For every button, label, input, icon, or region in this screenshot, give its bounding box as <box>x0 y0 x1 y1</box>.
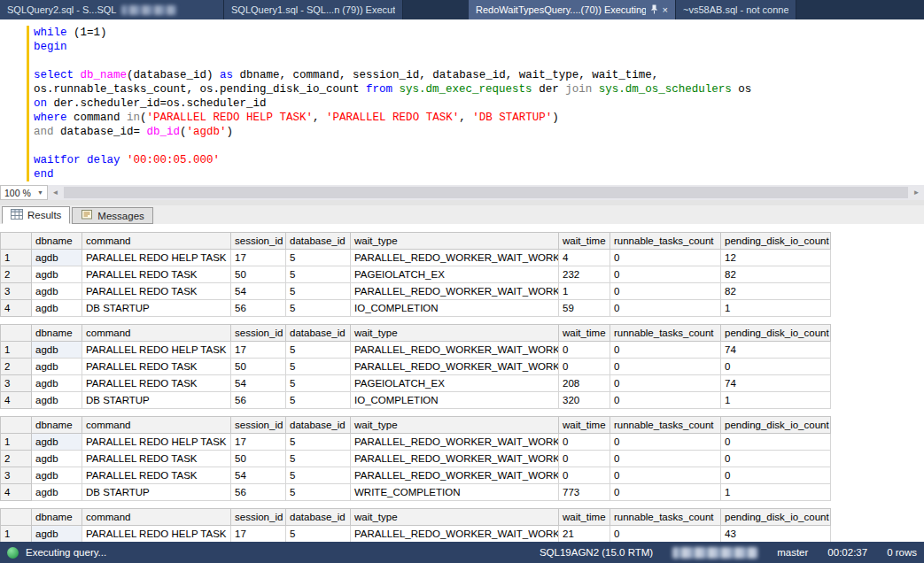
grid-cell[interactable]: agdb <box>32 342 82 359</box>
grid-cell[interactable]: 82 <box>721 283 831 300</box>
close-icon[interactable]: × <box>663 5 668 15</box>
scrollbar-thumb[interactable] <box>64 187 908 198</box>
query-editor[interactable]: while (1=1)begin select db_name(database… <box>0 19 924 185</box>
grid-cell[interactable]: 50 <box>231 266 286 283</box>
grid-cell[interactable]: agdb <box>32 300 82 317</box>
zoom-dropdown[interactable]: 100 % ▼ <box>0 185 48 200</box>
grid-cell[interactable]: PARALLEL REDO TASK <box>82 283 231 300</box>
column-header-session_id[interactable]: session_id <box>231 233 286 250</box>
tab-results[interactable]: Results <box>2 206 70 224</box>
grid-cell[interactable]: PAGEIOLATCH_EX <box>351 266 559 283</box>
column-header-wait_type[interactable]: wait_type <box>351 417 559 434</box>
grid-cell[interactable]: 17 <box>231 342 286 359</box>
grid-cell[interactable]: DB STARTUP <box>82 484 231 501</box>
grid-cell[interactable]: PARALLEL_REDO_WORKER_WAIT_WORK <box>351 250 559 266</box>
grid-cell[interactable]: 43 <box>721 526 831 543</box>
grid-cell[interactable]: agdb <box>32 434 82 451</box>
grid-cell[interactable]: 50 <box>231 359 286 375</box>
grid-cell[interactable]: agdb <box>32 467 82 484</box>
row-number-cell[interactable]: 2 <box>1 266 32 283</box>
grid-cell[interactable]: 0 <box>610 451 721 467</box>
grid-corner-cell[interactable] <box>1 509 32 526</box>
grid-cell[interactable]: 0 <box>610 526 721 543</box>
grid-cell[interactable]: 17 <box>231 434 286 451</box>
grid-cell[interactable]: 59 <box>559 300 610 317</box>
grid-cell[interactable]: PARALLEL_REDO_WORKER_WAIT_WORK <box>351 526 559 543</box>
grid-cell[interactable]: PARALLEL_REDO_WORKER_WAIT_WORK <box>351 283 559 300</box>
grid-cell[interactable]: 0 <box>559 359 610 375</box>
column-header-pending_disk_io_count[interactable]: pending_disk_io_count <box>721 325 831 342</box>
grid-cell[interactable]: agdb <box>32 526 82 543</box>
grid-cell[interactable]: PARALLEL REDO HELP TASK <box>82 250 231 266</box>
column-header-database_id[interactable]: database_id <box>286 417 351 434</box>
tab-messages[interactable]: Messages <box>72 207 152 224</box>
grid-cell[interactable]: 5 <box>286 359 351 375</box>
grid-cell[interactable]: 0 <box>559 451 610 467</box>
grid-cell[interactable]: 773 <box>559 484 610 501</box>
column-header-wait_time[interactable]: wait_time <box>559 509 610 526</box>
column-header-session_id[interactable]: session_id <box>231 509 286 526</box>
grid-cell[interactable]: 5 <box>286 467 351 484</box>
column-header-wait_time[interactable]: wait_time <box>559 325 610 342</box>
row-number-cell[interactable]: 4 <box>1 300 32 317</box>
grid-cell[interactable]: IO_COMPLETION <box>351 300 559 317</box>
grid-cell[interactable]: 0 <box>610 250 721 266</box>
grid-cell[interactable]: 0 <box>610 342 721 359</box>
column-header-wait_type[interactable]: wait_type <box>351 233 559 250</box>
grid-cell[interactable]: 0 <box>610 375 721 392</box>
column-header-wait_time[interactable]: wait_time <box>559 233 610 250</box>
grid-cell[interactable]: PARALLEL REDO TASK <box>82 451 231 467</box>
grid-cell[interactable]: PARALLEL_REDO_WORKER_WAIT_WORK <box>351 467 559 484</box>
column-header-pending_disk_io_count[interactable]: pending_disk_io_count <box>721 509 831 526</box>
grid-cell[interactable]: WRITE_COMPLETION <box>351 484 559 501</box>
grid-cell[interactable]: 5 <box>286 375 351 392</box>
grid-cell[interactable]: 0 <box>721 434 831 451</box>
column-header-database_id[interactable]: database_id <box>286 233 351 250</box>
grid-cell[interactable]: 0 <box>610 392 721 409</box>
grid-cell[interactable]: DB STARTUP <box>82 300 231 317</box>
grid-cell[interactable]: 1 <box>721 484 831 501</box>
grid-cell[interactable]: 5 <box>286 266 351 283</box>
grid-cell[interactable]: 56 <box>231 392 286 409</box>
tab-vs58ab[interactable]: ~vs58AB.sql - not connected <box>676 0 796 19</box>
grid-cell[interactable]: 5 <box>286 300 351 317</box>
grid-cell[interactable]: 5 <box>286 392 351 409</box>
grid-cell[interactable]: PARALLEL REDO TASK <box>82 359 231 375</box>
grid-cell[interactable]: 0 <box>559 342 610 359</box>
scroll-right-button[interactable]: ► <box>909 185 924 200</box>
grid-cell[interactable]: 4 <box>559 250 610 266</box>
grid-cell[interactable]: PARALLEL_REDO_WORKER_WAIT_WORK <box>351 434 559 451</box>
grid-cell[interactable]: agdb <box>32 283 82 300</box>
grid-cell[interactable]: agdb <box>32 484 82 501</box>
grid-cell[interactable]: 56 <box>231 484 286 501</box>
row-number-cell[interactable]: 4 <box>1 392 32 409</box>
grid-cell[interactable]: PARALLEL_REDO_WORKER_WAIT_WORK <box>351 359 559 375</box>
grid-cell[interactable]: IO_COMPLETION <box>351 392 559 409</box>
grid-cell[interactable]: 232 <box>559 266 610 283</box>
row-number-cell[interactable]: 1 <box>1 250 32 266</box>
grid-cell[interactable]: 0 <box>610 484 721 501</box>
row-number-cell[interactable]: 1 <box>1 342 32 359</box>
scroll-left-button[interactable]: ◄ <box>48 185 63 200</box>
grid-corner-cell[interactable] <box>1 417 32 434</box>
grid-cell[interactable]: PARALLEL REDO HELP TASK <box>82 342 231 359</box>
row-number-cell[interactable]: 2 <box>1 359 32 375</box>
column-header-session_id[interactable]: session_id <box>231 417 286 434</box>
grid-cell[interactable]: 0 <box>610 266 721 283</box>
column-header-dbname[interactable]: dbname <box>32 417 82 434</box>
grid-cell[interactable]: 0 <box>610 434 721 451</box>
tab-sqlquery1[interactable]: SQLQuery1.sql - SQL...n (79)) Executing.… <box>224 0 403 19</box>
grid-cell[interactable]: 1 <box>721 300 831 317</box>
grid-cell[interactable]: PARALLEL REDO HELP TASK <box>82 434 231 451</box>
column-header-runnable_tasks_count[interactable]: runnable_tasks_count <box>610 509 721 526</box>
grid-cell[interactable]: DB STARTUP <box>82 392 231 409</box>
row-number-cell[interactable]: 2 <box>1 451 32 467</box>
column-header-runnable_tasks_count[interactable]: runnable_tasks_count <box>610 233 721 250</box>
grid-cell[interactable]: PARALLEL REDO TASK <box>82 375 231 392</box>
grid-cell[interactable]: 50 <box>231 451 286 467</box>
row-number-cell[interactable]: 3 <box>1 467 32 484</box>
grid-cell[interactable]: 74 <box>721 342 831 359</box>
grid-cell[interactable]: 5 <box>286 434 351 451</box>
grid-cell[interactable]: 56 <box>231 300 286 317</box>
grid-cell[interactable]: 5 <box>286 526 351 543</box>
